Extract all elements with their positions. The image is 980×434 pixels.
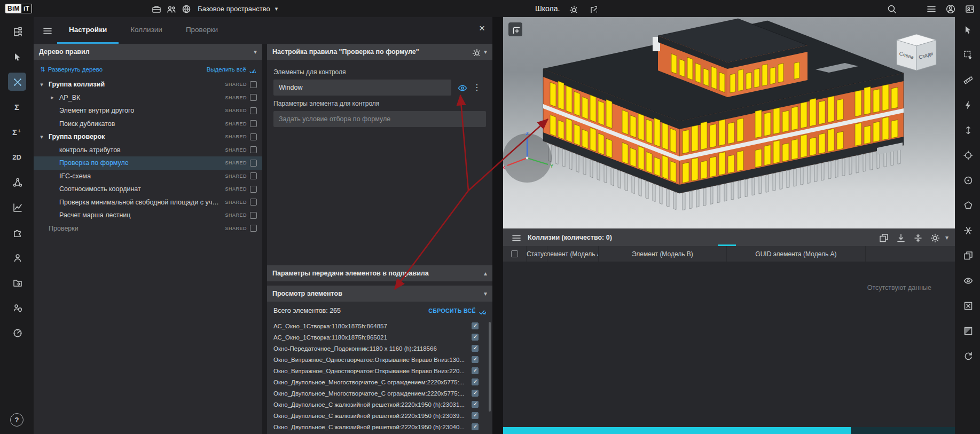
select-all-checkbox[interactable] [511, 250, 518, 257]
tree-caret-icon[interactable]: ▾ [38, 133, 45, 140]
rule-tree-item[interactable]: Проверка по формуле SHARED [34, 156, 262, 170]
rule-tree-item[interactable]: ▾ Группа коллизий SHARED [34, 78, 262, 91]
dock-tab[interactable]: Настройки [57, 17, 119, 44]
expand-tree-link[interactable]: ⇅ Развернуть дерево [40, 66, 103, 73]
model-tree-button[interactable] [8, 22, 26, 41]
rule-tree-item[interactable]: Поиск дубликатов SHARED [34, 117, 262, 131]
axis-gizmo[interactable]: Z X Y [503, 129, 556, 185]
table-settings-button[interactable] [928, 231, 941, 244]
polygon-select-button[interactable] [960, 197, 976, 213]
tree-caret-icon[interactable]: ▾ [38, 81, 45, 88]
duplicate-button[interactable] [877, 231, 890, 244]
element-checkbox[interactable] [472, 390, 479, 397]
graph-structure-button[interactable] [8, 173, 26, 191]
element-checkbox[interactable] [472, 423, 479, 430]
collisions-menu-button[interactable] [509, 231, 522, 244]
reset-view-button[interactable] [960, 348, 976, 364]
rule-checkbox[interactable] [250, 160, 257, 167]
project-settings-button[interactable] [565, 2, 580, 15]
element-list-item[interactable]: Окно_Двупольное_Многостворчатое_С огражд… [273, 388, 492, 399]
quick-actions-button[interactable] [960, 97, 976, 113]
share-button[interactable] [585, 2, 600, 15]
element-checkbox[interactable] [472, 356, 479, 363]
rule-checkbox[interactable] [250, 186, 257, 193]
help-button[interactable]: ? [10, 413, 23, 427]
view-elements-header[interactable]: Просмотр элементов ▾ [267, 286, 492, 302]
tree-caret-icon[interactable]: ▸ [49, 94, 56, 101]
reset-all-button[interactable]: СБРОСИТЬ ВСЁ [428, 307, 486, 314]
column-header[interactable]: GUID элемента (Модель A) [727, 246, 866, 262]
collapse-collisions-button[interactable]: ▾ [945, 234, 948, 241]
hide-element-button[interactable] [960, 297, 976, 313]
contacts-button[interactable] [962, 2, 977, 15]
dimension-button[interactable] [960, 122, 976, 138]
merge-button[interactable] [911, 231, 924, 244]
section-cut-button[interactable] [960, 222, 976, 238]
element-list-item[interactable]: Окно_Витражное_Одностворчатое:Открывание… [273, 365, 492, 376]
rule-checkbox[interactable] [250, 225, 257, 232]
splitter-handle[interactable] [718, 244, 736, 246]
select-all-link[interactable]: Выделить всё [207, 66, 256, 73]
box-select-button[interactable] [960, 46, 976, 62]
select-tool-button[interactable] [8, 48, 26, 66]
transfer-params-header[interactable]: Параметры передачи элементов в подправил… [267, 265, 492, 281]
close-dock-button[interactable]: × [479, 23, 485, 33]
rule-tree-item[interactable]: ▸ АР_ВК SHARED [34, 91, 262, 105]
more-options-button[interactable]: ⋮ [473, 83, 481, 92]
user-location-button[interactable] [8, 298, 26, 317]
formula-condition-input[interactable] [273, 111, 486, 127]
dashboard-button[interactable] [8, 323, 26, 342]
element-checkbox[interactable] [472, 322, 479, 329]
team-button[interactable] [163, 2, 178, 15]
elements-filter-input[interactable] [273, 80, 451, 96]
view-2d-button[interactable]: 2D [8, 148, 26, 166]
visibility-button[interactable] [960, 272, 976, 288]
rule-checkbox[interactable] [250, 120, 257, 127]
element-list-item[interactable]: АС_Окно_1Створка:1180x1875h:865021 [273, 332, 492, 343]
dock-tab[interactable]: Коллизии [119, 17, 174, 44]
element-checkbox[interactable] [472, 367, 479, 374]
element-checkbox[interactable] [472, 378, 479, 385]
rule-checkbox[interactable] [250, 107, 257, 114]
sum-tool-button[interactable]: Σ [8, 98, 26, 116]
center-view-button[interactable] [960, 172, 976, 188]
rule-checkbox[interactable] [250, 81, 257, 88]
export-button[interactable] [894, 231, 907, 244]
collision-tool-button[interactable] [8, 73, 26, 91]
rule-tree-item[interactable]: контроль атрибутов SHARED [34, 144, 262, 157]
plugins-button[interactable] [8, 223, 26, 241]
rule-checkbox[interactable] [250, 172, 257, 179]
rule-tree-item[interactable]: Проверка минимальной свободной площади с… [34, 196, 262, 209]
rule-tree-item[interactable]: IFC-схема SHARED [34, 170, 262, 183]
rule-checkbox[interactable] [250, 212, 257, 219]
viewport-3d[interactable]: Z X Y Слева Сзади [503, 17, 955, 228]
account-button[interactable] [943, 2, 958, 15]
toolbox-button[interactable] [148, 2, 163, 15]
rule-checkbox[interactable] [250, 146, 257, 153]
rule-tree-item[interactable]: Соотносимость координат SHARED [34, 183, 262, 196]
rule-settings-gear-button[interactable] [472, 48, 480, 56]
menu-button[interactable] [923, 2, 938, 15]
element-list-item[interactable]: Окно_Двупольное_С жалюзийной решеткой:22… [273, 421, 492, 432]
element-list-item[interactable]: Окно_Витражное_Одностворчатое:Открывание… [273, 354, 492, 365]
rule-checkbox[interactable] [250, 199, 257, 206]
dock-tab[interactable]: Проверки [174, 17, 230, 44]
dock-menu-button[interactable] [37, 17, 57, 44]
show-elements-button[interactable] [455, 81, 469, 94]
rule-checkbox[interactable] [250, 94, 257, 101]
layers-button[interactable] [960, 247, 976, 263]
collapse-view-button[interactable]: ▾ [484, 290, 487, 297]
rule-tree-item[interactable]: Элемент внутри другого SHARED [34, 104, 262, 117]
element-list-item[interactable]: Окно_Двупольное_Многостворчатое_С огражд… [273, 376, 492, 388]
element-list-item[interactable]: Окно-Передаточное_Подоконник:1180 x 1160… [273, 343, 492, 354]
profile-button[interactable] [8, 248, 26, 266]
element-list-item[interactable]: Окно_Двупольное_С жалюзийной решеткой:22… [273, 410, 492, 421]
element-checkbox[interactable] [472, 412, 479, 419]
rule-checkbox[interactable] [250, 133, 257, 140]
select-button[interactable] [960, 21, 976, 37]
analytics-button[interactable] [8, 198, 26, 216]
space-status-button[interactable] [178, 2, 193, 15]
element-checkbox[interactable] [472, 334, 479, 341]
column-header[interactable]: Элемент (Модель A) [547, 246, 599, 262]
rule-tree-item[interactable]: Расчет марша лестниц SHARED [34, 209, 262, 222]
